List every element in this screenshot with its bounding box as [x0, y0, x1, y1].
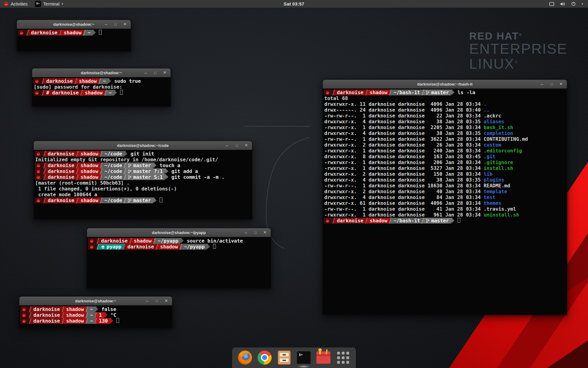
window-titlebar[interactable]: darknoise@shadow:~–□×: [17, 20, 131, 29]
ls-row-details: drwxrwxr-x. 4 darknoise darknoise 38 Jan…: [324, 119, 484, 125]
grid-dot: [342, 361, 345, 364]
window-titlebar[interactable]: darknoise@shadow:~–□×: [19, 297, 172, 305]
ls-row: drwx------. 24 darknoise darknoise 4096 …: [324, 107, 567, 113]
command-text: git add a: [172, 168, 198, 174]
drawer-bottom: [279, 358, 289, 362]
ls-row-details: -rw-rw-r--. 1 darknoise darknoise 41 Jan…: [324, 206, 484, 212]
ls-row: drwxrwxr-x. 4 darknoise darknoise 38 Jan…: [324, 177, 567, 183]
terminal-content[interactable]: darknoiseshadow~/bash-itmasterls -latota…: [323, 89, 567, 224]
git-branch-icon: [128, 163, 131, 168]
path-segment-label: ~: [88, 30, 91, 36]
minimize-button[interactable]: –: [244, 230, 248, 235]
clock[interactable]: Sat 03:57: [0, 2, 588, 6]
terminal-window-bash-it: darknoise@shadow:~/bash-it–□×darknoisesh…: [322, 79, 567, 315]
maximize-button[interactable]: □: [113, 23, 118, 26]
prompt-line: darknoiseshadow~/codemaster: [35, 197, 252, 203]
minimize-button[interactable]: –: [145, 299, 149, 303]
ls-row: drwxrwxr-x. 2 darknoise darknoise 40 Jan…: [324, 189, 567, 194]
close-button[interactable]: ×: [559, 82, 563, 86]
window-titlebar[interactable]: darknoise@shadow:~–□×: [32, 68, 171, 77]
python-icon: [101, 245, 105, 249]
close-button[interactable]: ×: [244, 143, 248, 148]
dock-item-toolbox[interactable]: [316, 350, 331, 365]
dock-item-chrome[interactable]: [257, 350, 272, 365]
dock-item-files[interactable]: [277, 350, 292, 365]
ls-file-name: template: [484, 189, 507, 194]
ls-row: -rwxrwxr-x. 1 darknoise darknoise 961 Ja…: [324, 212, 567, 218]
git-segment-label: master ?:1: [133, 168, 163, 174]
ls-row: -rw-rw-r--. 1 darknoise darknoise 41 Jan…: [324, 206, 567, 212]
redhat-icon: [36, 199, 40, 203]
ls-row: -rw-rw-r--. 1 darknoise darknoise 18630 …: [324, 183, 567, 189]
user-segment-label: darknoise: [48, 197, 74, 203]
ls-row-details: -rwxrwxr-x. 1 darknoise darknoise 206 Ja…: [324, 159, 484, 165]
terminal-cursor: [99, 30, 102, 35]
maximize-button[interactable]: □: [155, 299, 159, 303]
maximize-button[interactable]: □: [253, 231, 258, 234]
dock-item-firefox[interactable]: [238, 350, 252, 365]
terminal-content[interactable]: darknoiseshadow~/pyappsource bin/activat…: [87, 237, 271, 250]
terminal-content[interactable]: darknoiseshadow~sudo true[sudo] password…: [32, 77, 171, 96]
ls-file-name: plugins: [484, 177, 504, 183]
close-button[interactable]: ×: [123, 22, 127, 27]
host-segment-label: shadow: [160, 244, 178, 250]
dock-item-terminal[interactable]: $>: [296, 350, 311, 365]
maximize-button[interactable]: □: [235, 144, 239, 147]
window-controls: –□×: [104, 22, 131, 27]
terminal-content[interactable]: darknoiseshadow~falsedarknoiseshadow~1^C…: [19, 305, 172, 324]
grid-dot: [337, 352, 340, 355]
host-segment: shadow: [80, 90, 106, 96]
close-button[interactable]: ×: [263, 230, 267, 235]
path-segment-label: ~: [90, 312, 93, 318]
user-segment: darknoise: [332, 90, 367, 95]
path-segment: ~/code: [100, 197, 126, 203]
dock-item-app-grid[interactable]: [336, 350, 350, 365]
user-segment-label: darknoise: [33, 312, 60, 318]
ls-file-name: custom: [484, 142, 501, 148]
prompt-line: pyappdarknoiseshadow~/pyapp: [88, 244, 271, 250]
ls-row-details: -rwxrwxr-x. 1 darknoise darknoise 5327 J…: [324, 165, 484, 171]
exit-segment: 130: [94, 318, 111, 324]
path-segment: ~/pyapp: [179, 244, 208, 250]
path-segment-label: ~/code: [104, 197, 122, 203]
prompt-line: darknoiseshadow~/codemastertouch a: [35, 163, 252, 168]
minimize-button[interactable]: –: [225, 143, 229, 148]
user-segment: darknoise: [43, 163, 78, 168]
command-text: ls -la: [458, 90, 475, 95]
path-segment-label: ~/bash-it: [394, 90, 420, 95]
user-segment: darknoise: [26, 30, 61, 36]
user-segment: darknoise: [332, 218, 367, 224]
terminal-content[interactable]: darknoiseshadow~/codegit initInitialized…: [34, 150, 252, 203]
user-segment: darknoise: [43, 151, 78, 157]
host-segment: shadow: [59, 30, 85, 36]
prompt-line: darknoiseshadow~/codegit init: [35, 151, 252, 157]
command-text: git init: [130, 151, 154, 157]
terminal-content[interactable]: darknoiseshadow~: [17, 29, 131, 36]
close-button[interactable]: ×: [164, 298, 168, 303]
minimize-button[interactable]: –: [540, 82, 544, 86]
system-status-area[interactable]: ▾: [549, 0, 588, 8]
display-tray-icon: [549, 2, 554, 6]
top-bar: Activities $> Terminal ▾ Sat 03:57 ▾: [0, 0, 588, 8]
minimize-button[interactable]: –: [144, 71, 148, 75]
ls-file-name: themes: [484, 200, 501, 206]
window-titlebar[interactable]: darknoise@shadow:~/pyapp–□×: [87, 228, 271, 237]
dock: $>: [232, 347, 356, 368]
window-controls: –□×: [540, 82, 567, 86]
ls-file-name: CONTRIBUTING.md: [484, 136, 528, 142]
git-segment-label: master: [431, 90, 449, 95]
exit-segment: 1: [94, 312, 105, 318]
window-titlebar[interactable]: darknoise@shadow:~/bash-it–□×: [323, 80, 567, 89]
close-button[interactable]: ×: [163, 70, 167, 75]
host-segment-label: shadow: [134, 238, 152, 244]
minimize-button[interactable]: –: [104, 22, 108, 26]
venv-segment-label: pyapp: [107, 244, 121, 250]
window-titlebar[interactable]: darknoise@shadow:~/code–□×: [34, 141, 252, 150]
maximize-button[interactable]: □: [153, 71, 157, 75]
user-segment-label: # darknoise: [46, 90, 79, 96]
path-segment-label: ~: [103, 78, 106, 84]
maximize-button[interactable]: □: [549, 82, 554, 86]
host-segment: shadow: [365, 218, 391, 224]
git-segment-label: master: [133, 163, 151, 168]
path-segment: ~/code: [100, 168, 126, 174]
